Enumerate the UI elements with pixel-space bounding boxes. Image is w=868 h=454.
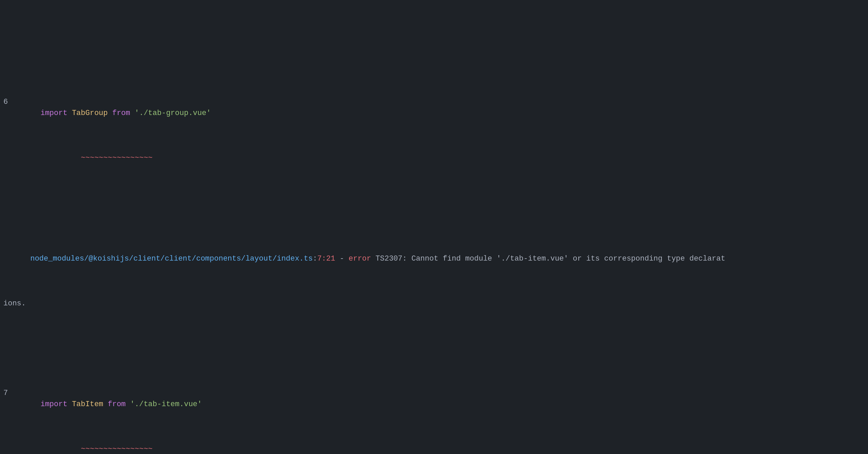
from-keyword-2: from	[108, 400, 130, 409]
dash-1: -	[335, 254, 349, 263]
squiggle-tabitem: ~~~~~~~~~~~~~~~~	[3, 443, 865, 454]
colon-1: :	[313, 254, 317, 263]
spacer-2	[3, 443, 14, 454]
from-keyword: from	[112, 109, 134, 117]
squiggle-tabgroup: ~~~~~~~~~~~~~~~~	[3, 152, 865, 164]
import-keyword-2: import	[40, 400, 72, 409]
error-path-1: node_modules/@koishijs/client/client/com…	[30, 254, 313, 263]
error-line-1: node_modules/@koishijs/client/client/com…	[3, 242, 865, 276]
tabitem-identifier: TabItem	[72, 400, 108, 409]
error-line-1b: ions.	[3, 298, 865, 309]
spacer	[3, 152, 14, 164]
error-content-1b: ions.	[3, 298, 865, 309]
squiggle-content-2: ~~~~~~~~~~~~~~~~	[14, 443, 152, 454]
code-content-tabgroup: import TabGroup from './tab-group.vue'	[14, 96, 865, 130]
tabitem-path: './tab-item.vue'	[130, 400, 202, 409]
error-location-1: 7:21	[317, 254, 335, 263]
tabgroup-identifier: TabGroup	[72, 109, 112, 117]
code-line-tabitem: 7 import TabItem from './tab-item.vue'	[3, 387, 865, 421]
blank-2	[3, 332, 865, 343]
line-num-6: 6	[3, 96, 14, 108]
error-keyword-1: error	[349, 254, 371, 263]
blank-1	[3, 186, 865, 197]
terminal-output: 6 import TabGroup from './tab-group.vue'…	[3, 52, 865, 454]
code-line-tabgroup: 6 import TabGroup from './tab-group.vue'	[3, 96, 865, 130]
error-code-1: TS2307: Cannot find module './tab-item.v…	[371, 254, 725, 263]
import-keyword: import	[40, 109, 72, 117]
tabgroup-path: './tab-group.vue'	[134, 109, 211, 117]
line-num-7a: 7	[3, 387, 14, 399]
squiggle-content: ~~~~~~~~~~~~~~~~	[14, 152, 152, 164]
error-content-1: node_modules/@koishijs/client/client/com…	[3, 242, 865, 276]
code-content-tabitem: import TabItem from './tab-item.vue'	[14, 387, 865, 421]
